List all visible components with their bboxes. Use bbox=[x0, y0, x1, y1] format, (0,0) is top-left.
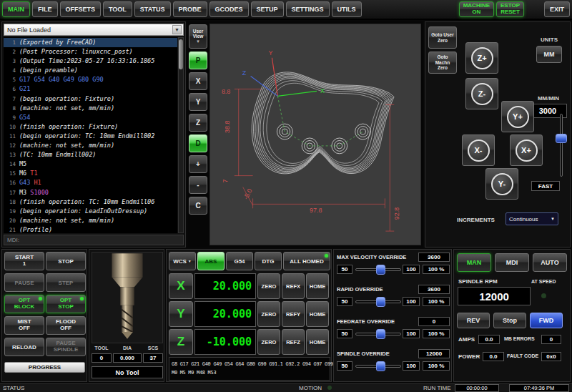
manual-mode-button[interactable]: MAN bbox=[457, 253, 491, 272]
zero-z-button[interactable]: ZERO bbox=[257, 329, 280, 355]
gcode-line[interactable]: 15M6 T1 bbox=[4, 169, 177, 178]
gcode-line[interactable]: 11(begin operation: TC: 10mm Endmill002 bbox=[4, 132, 177, 141]
step-button[interactable]: STEP bbox=[46, 273, 86, 292]
view-y-button[interactable]: Y bbox=[189, 93, 207, 111]
jog-y-plus-button[interactable]: Y+ bbox=[501, 101, 534, 132]
jog-x-minus-button[interactable]: X- bbox=[462, 134, 495, 166]
rapid-override-slider[interactable] bbox=[355, 297, 401, 307]
slider-track[interactable] bbox=[560, 114, 563, 177]
view-z-button[interactable]: Z bbox=[189, 114, 207, 132]
menu-item-tool[interactable]: TOOL bbox=[103, 1, 132, 17]
jog-z-plus-button[interactable]: Z+ bbox=[465, 42, 498, 74]
menu-item-settings[interactable]: SETTINGS bbox=[286, 1, 330, 17]
zero-x-button[interactable]: ZERO bbox=[257, 273, 280, 299]
cycle-stop-button[interactable]: STOP bbox=[46, 252, 86, 270]
units-mm-button[interactable]: MM bbox=[536, 46, 562, 63]
preview-3d-viewport[interactable]: X Y Z 8.8 38.8 7 -5.0 97.8 92.8 bbox=[209, 24, 421, 245]
view-x-button[interactable]: X bbox=[189, 72, 207, 90]
axis-z-button[interactable]: Z bbox=[169, 329, 193, 355]
gcode-line[interactable]: 13(TC: 10mm Endmill002) bbox=[4, 150, 177, 160]
zoom-out-button[interactable]: - bbox=[189, 176, 207, 194]
home-x-button[interactable]: HOME bbox=[306, 273, 329, 299]
jog-y-minus-button[interactable]: Y- bbox=[485, 168, 518, 200]
reload-button[interactable]: RELOAD bbox=[4, 338, 44, 356]
pause-button[interactable]: PAUSE bbox=[4, 273, 44, 292]
view-perspective-button[interactable]: P bbox=[189, 52, 207, 69]
gcode-line[interactable]: 2(Post Processor: linuxcnc_post) bbox=[4, 47, 177, 57]
scrollbar-thumb[interactable] bbox=[179, 39, 183, 69]
menu-item-file[interactable]: FILE bbox=[32, 1, 58, 17]
gcode-line[interactable]: 1(Exported by FreeCAD) bbox=[4, 38, 177, 47]
gcode-line[interactable]: 18(finish operation: TC: 10mm Endmill06 bbox=[4, 197, 177, 207]
goto-machine-zero-button[interactable]: Goto Machn Zero bbox=[428, 52, 457, 74]
ref-y-button[interactable]: REFY bbox=[282, 301, 305, 327]
gcode-line[interactable]: 14M5 bbox=[4, 160, 177, 169]
menu-item-probe[interactable]: PROBE bbox=[173, 1, 207, 17]
gcode-line[interactable]: 16G43 H1 bbox=[4, 178, 177, 187]
dtg-button[interactable]: DTG bbox=[255, 252, 282, 270]
slider-handle[interactable] bbox=[556, 134, 567, 143]
gcode-line[interactable]: 6G21 bbox=[4, 84, 177, 94]
view-dimensions-button[interactable]: D bbox=[189, 134, 207, 152]
slider-handle[interactable] bbox=[376, 329, 385, 339]
jog-x-plus-button[interactable]: X+ bbox=[510, 134, 543, 166]
home-y-button[interactable]: HOME bbox=[306, 301, 329, 327]
menu-item-setup[interactable]: SETUP bbox=[251, 1, 284, 17]
gcode-line[interactable]: 17M3 S1000 bbox=[4, 188, 177, 197]
gcode-editor[interactable]: 1(Exported by FreeCAD) 2(Post Processor:… bbox=[4, 37, 177, 233]
mdi-mode-button[interactable]: MDI bbox=[495, 253, 529, 272]
mdi-input[interactable]: MDI: bbox=[4, 235, 184, 245]
slider-handle[interactable] bbox=[376, 265, 385, 275]
pause-spindle-button[interactable]: PAUSESPINDLE bbox=[46, 338, 86, 356]
menu-item-main[interactable]: MAIN bbox=[2, 1, 30, 17]
gcode-line[interactable]: 21(Profile) bbox=[4, 225, 177, 233]
spindle-override-slider[interactable] bbox=[355, 361, 401, 371]
goto-user-zero-button[interactable]: Goto User Zero bbox=[428, 26, 457, 49]
exit-button[interactable]: EXIT bbox=[544, 1, 570, 17]
auto-mode-button[interactable]: AUTO bbox=[533, 253, 567, 272]
slider-handle[interactable] bbox=[376, 297, 385, 307]
optional-block-button[interactable]: OPTBLOCK bbox=[4, 295, 44, 313]
ref-x-button[interactable]: REFX bbox=[282, 273, 305, 299]
axis-x-button[interactable]: X bbox=[169, 273, 193, 299]
gcode-line[interactable]: 3(Output Time:2023-05-27 16:33:16.1865 bbox=[4, 57, 177, 66]
gcode-line[interactable]: 7(begin operation: Fixture) bbox=[4, 94, 177, 104]
gcode-line[interactable]: 19(begin operation: LeadInOutDressup) bbox=[4, 207, 177, 216]
menu-item-status[interactable]: STATUS bbox=[134, 1, 171, 17]
ref-z-button[interactable]: REFZ bbox=[282, 329, 305, 355]
machine-on-button[interactable]: MACHINE ON bbox=[459, 1, 494, 17]
view-clear-button[interactable]: C bbox=[189, 197, 207, 215]
gcode-line[interactable]: 12(machine: not set, mm/min) bbox=[4, 141, 177, 150]
view-user-button[interactable]: User View ▼ bbox=[189, 24, 207, 49]
gcode-line[interactable]: 4(begin preamble) bbox=[4, 66, 177, 75]
gcode-line[interactable]: 9G54 bbox=[4, 113, 177, 122]
home-z-button[interactable]: HOME bbox=[306, 329, 329, 355]
gcode-scrollbar[interactable] bbox=[178, 37, 184, 233]
max-velocity-slider[interactable] bbox=[355, 265, 401, 275]
jog-speed-slider[interactable] bbox=[556, 114, 567, 177]
gcode-line[interactable]: 8(machine: not set, mm/min) bbox=[4, 104, 177, 113]
file-selector[interactable]: No File Loaded ▼ bbox=[4, 24, 184, 36]
feedrate-override-slider[interactable] bbox=[355, 329, 401, 339]
menu-item-offsets[interactable]: OFFSETS bbox=[60, 1, 102, 17]
zoom-in-button[interactable]: + bbox=[189, 155, 207, 173]
gcode-line[interactable]: 5G17 G54 G40 G49 G80 G90 bbox=[4, 75, 177, 84]
slider-handle[interactable] bbox=[376, 361, 385, 371]
abs-button[interactable]: ABS bbox=[197, 252, 225, 270]
spindle-reverse-button[interactable]: REV bbox=[457, 313, 490, 328]
increments-select[interactable]: Continuous ▼ bbox=[506, 212, 558, 225]
jog-z-minus-button[interactable]: Z- bbox=[465, 78, 498, 109]
gcode-line[interactable]: 20(machine: not set, mm/min) bbox=[4, 216, 177, 225]
all-homed-button[interactable]: ALL HOMED bbox=[283, 252, 330, 270]
axis-y-button[interactable]: Y bbox=[169, 301, 193, 327]
spindle-stop-button[interactable]: Stop bbox=[493, 313, 526, 328]
cycle-start-button[interactable]: START1 bbox=[4, 252, 44, 270]
zero-y-button[interactable]: ZERO bbox=[257, 301, 280, 327]
mist-button[interactable]: MISTOFF bbox=[4, 316, 44, 335]
menu-item-utils[interactable]: UTILS bbox=[332, 1, 362, 17]
menu-item-gcodes[interactable]: GCODES bbox=[209, 1, 249, 17]
flood-button[interactable]: FLOODOFF bbox=[46, 316, 86, 335]
estop-reset-button[interactable]: ESTOP RESET bbox=[496, 1, 524, 17]
dropdown-arrow-icon[interactable]: ▼ bbox=[172, 25, 182, 34]
optional-stop-button[interactable]: OPTSTOP bbox=[46, 295, 86, 313]
